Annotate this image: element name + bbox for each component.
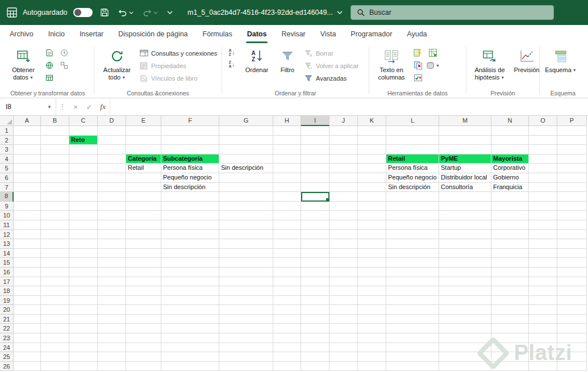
cell-G24[interactable] (219, 343, 273, 353)
col-header-H[interactable]: H (273, 116, 301, 126)
cell-P12[interactable] (557, 230, 587, 240)
cell-J19[interactable] (330, 296, 358, 306)
cell-J4[interactable] (330, 154, 358, 164)
cell-L6[interactable]: Pequeño negocio (386, 173, 439, 183)
cell-L4[interactable]: Retail (386, 154, 439, 164)
cell-M4[interactable]: PyME (439, 154, 491, 164)
cell-H19[interactable] (273, 296, 301, 306)
cell-H18[interactable] (273, 286, 301, 296)
redo-button[interactable] (141, 7, 160, 19)
advanced-filter-button[interactable]: Avanzadas (302, 72, 361, 84)
cell-B2[interactable] (41, 136, 69, 145)
cell-G14[interactable] (219, 249, 273, 258)
cell-L17[interactable] (386, 277, 439, 287)
cell-P8[interactable] (557, 192, 587, 202)
cell-H8[interactable] (273, 192, 301, 202)
tab-programador[interactable]: Programador (343, 25, 399, 43)
cell-K11[interactable] (358, 220, 386, 230)
cell-P20[interactable] (557, 305, 587, 315)
cell-L2[interactable] (386, 136, 439, 145)
cell-I12[interactable] (301, 230, 330, 240)
cell-O25[interactable] (529, 352, 557, 362)
cell-N7[interactable]: Franquicia (491, 183, 529, 193)
cell-C20[interactable] (69, 305, 98, 315)
cell-H21[interactable] (273, 315, 301, 324)
cell-C18[interactable] (69, 286, 98, 296)
cell-I20[interactable] (301, 305, 330, 315)
cell-E19[interactable] (126, 296, 161, 306)
cell-F11[interactable] (161, 220, 219, 230)
cell-B21[interactable] (41, 315, 69, 324)
row-header-7[interactable]: 7 (0, 183, 14, 193)
row-header-18[interactable]: 18 (0, 286, 14, 296)
cell-E20[interactable] (126, 305, 161, 315)
cell-A6[interactable] (14, 173, 41, 183)
cell-L18[interactable] (386, 286, 439, 296)
cell-H26[interactable] (273, 362, 301, 371)
cell-E22[interactable] (126, 324, 161, 333)
name-box[interactable]: I8 ▼ (0, 98, 56, 115)
cell-H15[interactable] (273, 258, 301, 267)
cell-N18[interactable] (491, 286, 529, 296)
queries-connections-button[interactable]: Consultas y conexiones (137, 47, 219, 59)
cell-O12[interactable] (529, 230, 557, 240)
cell-G4[interactable] (219, 154, 273, 164)
cell-E16[interactable] (126, 267, 161, 277)
cell-P14[interactable] (557, 249, 587, 258)
row-header-9[interactable]: 9 (0, 202, 14, 211)
cell-E8[interactable] (126, 192, 161, 202)
cell-H25[interactable] (273, 352, 301, 362)
get-data-button[interactable]: Obtener datos▼ (5, 46, 42, 82)
cell-G23[interactable] (219, 333, 273, 343)
cell-E14[interactable] (126, 249, 161, 258)
cell-D12[interactable] (98, 230, 126, 240)
cell-M16[interactable] (439, 267, 491, 277)
cell-J10[interactable] (330, 211, 358, 220)
cell-A12[interactable] (14, 230, 41, 240)
cell-K22[interactable] (358, 324, 386, 333)
cell-A5[interactable] (14, 164, 41, 173)
cell-D20[interactable] (98, 305, 126, 315)
cell-H17[interactable] (273, 277, 301, 287)
cell-E11[interactable] (126, 220, 161, 230)
cell-P10[interactable] (557, 211, 587, 220)
cell-H22[interactable] (273, 324, 301, 333)
cell-H11[interactable] (273, 220, 301, 230)
cell-D22[interactable] (98, 324, 126, 333)
cell-C3[interactable] (69, 145, 98, 154)
col-header-F[interactable]: F (161, 116, 219, 126)
cell-F23[interactable] (161, 333, 219, 343)
row-header-10[interactable]: 10 (0, 211, 14, 220)
cell-J17[interactable] (330, 277, 358, 287)
tab-inicio[interactable]: Inicio (41, 25, 72, 43)
cell-I4[interactable] (301, 154, 330, 164)
cell-P5[interactable] (557, 164, 587, 173)
cell-C17[interactable] (69, 277, 98, 287)
cell-G12[interactable] (219, 230, 273, 240)
formula-input[interactable] (110, 98, 588, 115)
cell-M20[interactable] (439, 305, 491, 315)
cell-D17[interactable] (98, 277, 126, 287)
workbook-links-button[interactable]: Vínculos de libro (137, 72, 219, 84)
cell-H9[interactable] (273, 202, 301, 211)
cell-J6[interactable] (330, 173, 358, 183)
cell-B23[interactable] (41, 333, 69, 343)
cell-B16[interactable] (41, 267, 69, 277)
cell-O11[interactable] (529, 220, 557, 230)
cell-M5[interactable]: Startup (439, 164, 491, 173)
cell-M10[interactable] (439, 211, 491, 220)
cell-A15[interactable] (14, 258, 41, 267)
cell-B24[interactable] (41, 343, 69, 353)
cell-O5[interactable] (529, 164, 557, 173)
flash-fill-icon[interactable] (411, 47, 425, 58)
cell-N17[interactable] (491, 277, 529, 287)
cell-E9[interactable] (126, 202, 161, 211)
cell-M1[interactable] (439, 126, 491, 136)
cell-H10[interactable] (273, 211, 301, 220)
cell-L5[interactable]: Persona física (386, 164, 439, 173)
cell-D10[interactable] (98, 211, 126, 220)
remove-duplicates-icon[interactable] (411, 60, 425, 71)
cell-N2[interactable] (491, 136, 529, 145)
cell-J18[interactable] (330, 286, 358, 296)
cell-C15[interactable] (69, 258, 98, 267)
